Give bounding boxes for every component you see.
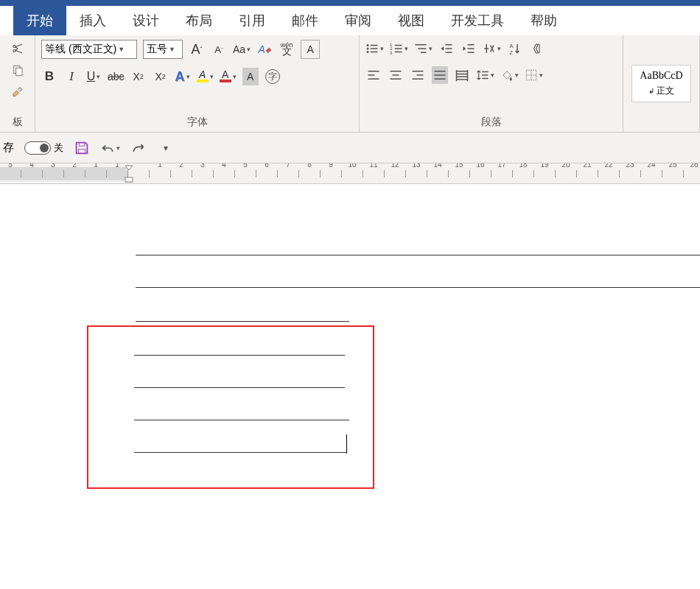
redo-button[interactable] xyxy=(130,139,147,157)
chevron-down-icon: ▾ xyxy=(164,143,168,153)
ruler-positive: 1234567891011121314151617181920212223242… xyxy=(128,167,700,180)
group-clipboard: 板 xyxy=(0,35,35,132)
char-shading-button[interactable]: A xyxy=(242,68,259,85)
format-painter-button[interactable] xyxy=(6,84,29,102)
chevron-down-icon: ▾ xyxy=(497,45,501,52)
justify-button[interactable] xyxy=(432,66,448,84)
text-line xyxy=(134,387,345,388)
paintbrush-icon xyxy=(11,86,24,99)
tab-design[interactable]: 设计 xyxy=(119,6,172,35)
enclosed-chars-button[interactable]: 字 xyxy=(265,68,281,85)
svg-rect-1 xyxy=(15,68,21,76)
svg-point-4 xyxy=(367,48,369,50)
chevron-down-icon: ▾ xyxy=(233,73,237,80)
align-right-button[interactable] xyxy=(410,66,426,84)
increase-indent-button[interactable] xyxy=(461,40,477,57)
clear-formatting-button[interactable]: A◆ xyxy=(256,40,273,58)
styles-group-label xyxy=(629,127,693,132)
ribbon-tabs: 开始 插入 设计 布局 引用 邮件 审阅 视图 开发工具 帮助 xyxy=(0,0,700,35)
borders-button[interactable]: ▾ xyxy=(525,66,543,84)
save-button[interactable] xyxy=(74,139,90,157)
change-case-button[interactable]: Aa▾ xyxy=(233,40,251,58)
text-line xyxy=(134,452,346,453)
save-icon xyxy=(74,140,90,156)
asian-layout-button[interactable]: ▾ xyxy=(483,40,501,57)
phonetic-guide-button[interactable]: wén 文 xyxy=(279,40,295,58)
font-color-button[interactable]: A ▾ xyxy=(220,68,237,85)
character-border-button[interactable]: A xyxy=(301,40,320,59)
font-color-icon: A xyxy=(220,71,231,82)
chevron-down-icon: ▾ xyxy=(210,73,214,80)
tab-insert[interactable]: 插入 xyxy=(66,6,119,35)
scissors-icon xyxy=(11,42,24,55)
indent-icon xyxy=(462,42,475,55)
chevron-down-icon: ▾ xyxy=(116,144,120,152)
decrease-indent-button[interactable] xyxy=(438,40,455,57)
text-effects-label: A xyxy=(175,69,185,85)
subscript-button[interactable]: X2 xyxy=(130,68,147,85)
svg-point-2 xyxy=(367,44,369,46)
highlight-icon: A xyxy=(197,71,209,82)
justify-icon xyxy=(433,68,447,82)
font-name-value: 等线 (西文正文) xyxy=(45,43,116,56)
tab-view[interactable]: 视图 xyxy=(385,6,438,35)
show-marks-button[interactable] xyxy=(529,40,545,57)
indent-marker-icon[interactable] xyxy=(125,165,133,183)
distributed-button[interactable] xyxy=(454,66,470,84)
numbering-button[interactable]: 123▾ xyxy=(390,40,408,57)
chevron-down-icon: ▾ xyxy=(380,45,384,52)
undo-button[interactable]: ▾ xyxy=(100,139,120,157)
undo-icon xyxy=(100,141,115,155)
italic-button[interactable]: I xyxy=(63,68,80,85)
text-line xyxy=(136,287,700,288)
bullets-button[interactable]: ▾ xyxy=(365,40,384,57)
superscript-button[interactable]: X2 xyxy=(153,68,169,85)
cut-button[interactable] xyxy=(6,40,29,57)
autosave-toggle[interactable]: 关 xyxy=(24,141,63,155)
align-left-button[interactable] xyxy=(365,66,382,84)
align-center-icon xyxy=(389,68,402,82)
tab-developer[interactable]: 开发工具 xyxy=(438,6,517,35)
qat-customize-button[interactable]: ▾ xyxy=(157,139,173,157)
line-spacing-icon xyxy=(476,68,489,82)
text-line xyxy=(134,355,345,356)
subscript-label: X xyxy=(133,71,139,82)
multilevel-list-button[interactable]: ▾ xyxy=(414,40,433,57)
highlight-button[interactable]: A ▾ xyxy=(197,68,214,85)
line-spacing-button[interactable]: ▾ xyxy=(476,66,494,84)
horizontal-ruler[interactable]: 543211 123456789101112131415161718192021… xyxy=(0,163,700,184)
font-size-select[interactable]: 五号▼ xyxy=(143,40,183,59)
numbering-icon: 123 xyxy=(390,42,403,55)
ruler-margin-left: 543211 xyxy=(0,167,128,180)
shrink-font-button[interactable]: Aˇ xyxy=(211,40,227,58)
grow-font-button[interactable]: Aˆ xyxy=(189,40,205,58)
font-size-value: 五号 xyxy=(147,43,167,56)
sort-button[interactable]: AZ xyxy=(507,40,523,57)
tab-layout[interactable]: 布局 xyxy=(172,6,225,35)
font-name-select[interactable]: 等线 (西文正文)▼ xyxy=(41,40,137,59)
align-center-button[interactable] xyxy=(388,66,404,84)
style-name: 正文 xyxy=(657,85,674,96)
multilevel-icon xyxy=(414,42,427,55)
tab-help[interactable]: 帮助 xyxy=(517,6,570,35)
text-line xyxy=(134,420,349,420)
document-canvas[interactable] xyxy=(0,184,700,589)
bold-button[interactable]: B xyxy=(41,68,57,85)
style-preview: AaBbCcD xyxy=(640,70,682,82)
text-effects-button[interactable]: A▾ xyxy=(175,68,191,85)
tab-mail[interactable]: 邮件 xyxy=(279,6,332,35)
selection-highlight-box xyxy=(87,325,374,489)
strikethrough-button[interactable]: abc xyxy=(108,68,125,85)
svg-text:A: A xyxy=(510,43,514,49)
tab-review[interactable]: 审阅 xyxy=(332,6,385,35)
ribbon: 板 等线 (西文正文)▼ 五号▼ Aˆ Aˇ Aa▾ A◆ wén 文 xyxy=(0,35,700,133)
tab-references[interactable]: 引用 xyxy=(225,6,279,35)
svg-point-6 xyxy=(367,51,369,53)
underline-button[interactable]: U▾ xyxy=(85,68,102,85)
shading-button[interactable]: ▾ xyxy=(500,66,519,84)
align-right-icon xyxy=(411,68,424,82)
tab-home[interactable]: 开始 xyxy=(13,6,66,35)
copy-button[interactable] xyxy=(6,62,29,80)
text-line xyxy=(136,255,700,255)
style-normal[interactable]: AaBbCcD ↲ 正文 xyxy=(631,65,690,102)
